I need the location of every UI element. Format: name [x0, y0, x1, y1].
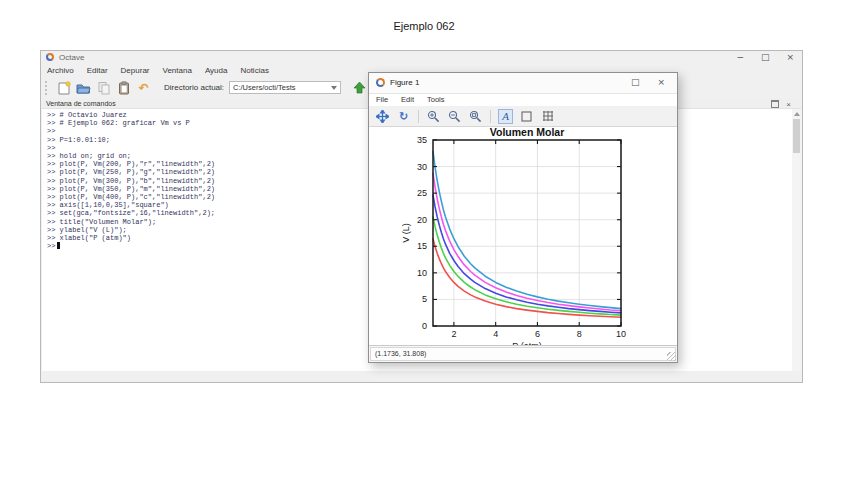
y-tick-label: 25	[417, 188, 427, 198]
menu-tools[interactable]: Tools	[427, 95, 445, 104]
menu-depurar[interactable]: Depurar	[121, 66, 150, 75]
close-panel-icon[interactable]: ×	[786, 101, 791, 108]
toolbar-grip	[45, 81, 49, 95]
terminal-caret	[57, 242, 60, 249]
scrollbar-thumb[interactable]	[793, 119, 800, 153]
minimize-button[interactable]: −	[736, 52, 744, 63]
menu-edit[interactable]: Edit	[401, 95, 414, 104]
figure-maximize-button[interactable]: □	[631, 77, 640, 88]
current-directory-label: Directorio actual:	[164, 83, 224, 92]
chart-title: Volumen Molar	[490, 127, 564, 138]
curve-T=400K	[433, 152, 621, 309]
maximize-button[interactable]: □	[761, 52, 770, 63]
figure-menubar: File Edit Tools	[376, 93, 445, 106]
open-file-icon[interactable]	[76, 80, 91, 95]
y-tick-label: 30	[417, 162, 427, 172]
new-script-icon[interactable]	[56, 80, 71, 95]
plot-canvas[interactable]: 24681005101520253035Volumen MolarP (atm)…	[369, 127, 677, 348]
undock-panel-icon[interactable]	[771, 100, 779, 108]
octave-logo-icon	[376, 78, 385, 87]
figure-statusbar: (1.1736, 31.808)	[369, 345, 677, 362]
page: Ejemplo 062 Octave − □ × Archivo Editar …	[0, 0, 848, 477]
octave-logo-icon	[46, 53, 54, 61]
chevron-down-icon	[331, 86, 337, 90]
y-axis-label: V (L)	[401, 223, 411, 243]
x-tick-label: 6	[535, 329, 540, 339]
curve-T=350K	[433, 173, 621, 310]
y-tick-label: 10	[417, 268, 427, 278]
cursor-coordinates: (1.1736, 31.808)	[370, 347, 676, 361]
scrollbar-up-icon[interactable]	[794, 112, 800, 116]
insert-text-icon[interactable]: A	[498, 109, 513, 124]
rotate-icon[interactable]: ↻	[396, 109, 411, 124]
y-tick-label: 20	[417, 215, 427, 225]
current-directory-combobox[interactable]: C:/Users/octi/Tests	[229, 81, 341, 94]
terminal-scrollbar[interactable]	[792, 109, 801, 371]
autoscale-icon[interactable]	[468, 109, 483, 124]
curve-T=300K	[433, 195, 621, 313]
pan-icon[interactable]	[375, 109, 390, 124]
octave-window-title: Octave	[59, 53, 84, 62]
copy-icon[interactable]	[96, 80, 111, 95]
y-tick-label: 5	[422, 294, 427, 304]
directory-up-icon[interactable]	[352, 80, 367, 95]
octave-menubar: Archivo Editar Depurar Ventana Ayuda Not…	[47, 64, 269, 77]
menu-ayuda[interactable]: Ayuda	[205, 66, 228, 75]
menu-editar[interactable]: Editar	[87, 66, 108, 75]
figure-window-title: Figure 1	[390, 78, 419, 87]
x-tick-label: 8	[577, 329, 582, 339]
resize-grip[interactable]	[667, 352, 676, 361]
menu-archivo[interactable]: Archivo	[47, 66, 74, 75]
plot-svg: 24681005101520253035Volumen MolarP (atm)…	[369, 127, 677, 348]
figure-window: Figure 1 □ × File Edit Tools ↻	[368, 72, 678, 363]
current-directory-value: C:/Users/octi/Tests	[233, 83, 331, 92]
toolbar-separator	[418, 110, 419, 123]
x-tick-label: 10	[616, 329, 626, 339]
y-tick-label: 0	[422, 321, 427, 331]
axes-icon[interactable]	[519, 109, 534, 124]
x-tick-label: 2	[451, 329, 456, 339]
figure-toolbar: ↻ A	[369, 106, 677, 127]
zoom-in-icon[interactable]	[426, 109, 441, 124]
menu-file[interactable]: File	[376, 95, 388, 104]
figure-close-button[interactable]: ×	[657, 77, 665, 88]
paste-icon[interactable]	[116, 80, 131, 95]
zoom-out-icon[interactable]	[447, 109, 462, 124]
curve-T=250K	[433, 217, 621, 315]
close-button[interactable]: ×	[786, 52, 794, 63]
page-caption: Ejemplo 062	[0, 20, 848, 32]
y-tick-label: 15	[417, 241, 427, 251]
octave-titlebar[interactable]: Octave − □ ×	[41, 51, 802, 64]
x-tick-label: 4	[493, 329, 498, 339]
menu-noticias[interactable]: Noticias	[240, 66, 268, 75]
undo-icon[interactable]: ↶	[136, 80, 151, 95]
figure-titlebar[interactable]: Figure 1 □ ×	[369, 73, 677, 94]
menu-ventana[interactable]: Ventana	[163, 66, 192, 75]
toolbar-separator	[490, 110, 491, 123]
command-window-panel-title: Ventana de comandos	[46, 100, 116, 107]
grid-icon[interactable]	[540, 109, 555, 124]
y-tick-label: 35	[417, 135, 427, 145]
